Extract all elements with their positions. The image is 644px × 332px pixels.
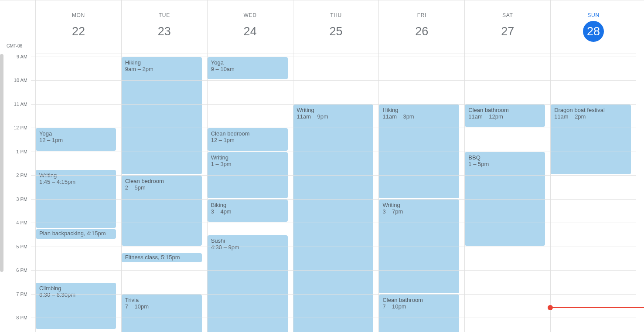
- day-of-week-label: SUN: [551, 12, 636, 18]
- day-number[interactable]: 27: [497, 21, 518, 42]
- hour-label: 5 PM: [16, 244, 27, 249]
- calendar-event[interactable]: Trivia7 – 10pm: [122, 295, 202, 332]
- event-title: Sushi: [211, 237, 284, 244]
- event-time: 9 – 10am: [211, 66, 284, 72]
- hour-tick: [31, 294, 35, 295]
- hour-gridline: [35, 104, 636, 105]
- hour-gridline: [35, 128, 636, 128]
- day-column[interactable]: Dragon boat festival11am – 2pm: [550, 54, 636, 332]
- hour-label: 12 PM: [14, 125, 27, 130]
- hour-labels: 9 AM10 AM11 AM12 PM1 PM2 PM3 PM4 PM5 PM6…: [0, 54, 35, 332]
- event-time: 11am – 12pm: [468, 113, 542, 120]
- allday-cell[interactable]: [207, 47, 293, 54]
- allday-cell[interactable]: [378, 47, 464, 54]
- day-number[interactable]: 26: [411, 21, 432, 42]
- event-title: Hiking: [382, 107, 456, 113]
- calendar-event[interactable]: Fitness class, 5:15pm: [122, 253, 202, 263]
- allday-cell[interactable]: [550, 47, 636, 54]
- day-header-sun[interactable]: SUN28: [550, 0, 636, 47]
- day-number[interactable]: 28: [583, 21, 604, 42]
- hour-tick: [31, 80, 35, 81]
- hour-gridline: [35, 152, 636, 152]
- hour-tick: [31, 152, 35, 152]
- header-row: MON22TUE23WED24THU25FRI26SAT27SUN28: [35, 0, 636, 47]
- allday-cell[interactable]: [35, 47, 121, 54]
- allday-cell[interactable]: [121, 47, 207, 54]
- allday-cell[interactable]: [464, 47, 550, 54]
- day-header-mon[interactable]: MON22: [35, 0, 121, 47]
- event-title: BBQ: [468, 154, 542, 161]
- hour-gridline: [35, 294, 636, 295]
- calendar-event[interactable]: Writing11am – 9pm: [293, 105, 374, 332]
- allday-cell[interactable]: [293, 47, 379, 54]
- hour-label: 6 PM: [16, 268, 27, 273]
- event-title: Writing: [211, 154, 284, 161]
- hour-gridline: [35, 57, 636, 57]
- event-time: 2 – 5pm: [125, 184, 198, 191]
- day-column[interactable]: Yoga12 – 1pmWriting1:45 – 4:15pmPlan bac…: [35, 54, 121, 332]
- calendar-event[interactable]: Clean bedroom12 – 1pm: [208, 128, 288, 151]
- calendar-event[interactable]: Biking3 – 4pm: [208, 200, 288, 222]
- day-header-sat[interactable]: SAT27: [464, 0, 550, 47]
- day-number[interactable]: 24: [240, 21, 261, 42]
- day-number[interactable]: 23: [154, 21, 175, 42]
- calendar-event[interactable]: Clean bathroom7 – 10pm: [379, 295, 459, 332]
- event-title: Clean bathroom: [382, 297, 456, 303]
- day-column[interactable]: Hiking11am – 3pmWriting3 – 7pmClean bath…: [378, 54, 464, 332]
- day-of-week-label: THU: [293, 12, 379, 18]
- hour-label: 11 AM: [14, 102, 27, 107]
- event-time: 3 – 7pm: [382, 208, 456, 215]
- event-time: 12 – 1pm: [39, 137, 112, 143]
- timezone-label: GMT-06: [7, 44, 22, 48]
- hour-label: 7 PM: [16, 291, 27, 297]
- event-time: 5:15pm: [161, 254, 180, 261]
- hour-gridline: [35, 270, 636, 271]
- day-column[interactable]: Yoga9 – 10amClean bedroom12 – 1pmWriting…: [207, 54, 293, 332]
- calendar-event[interactable]: Dragon boat festival11am – 2pm: [551, 105, 631, 175]
- calendar-event[interactable]: Plan backpacking, 4:15pm: [36, 229, 116, 239]
- hour-tick: [31, 175, 35, 176]
- hour-gridline: [35, 80, 636, 81]
- event-time: 4:30 – 9pm: [211, 244, 284, 251]
- event-title: Yoga: [39, 130, 112, 137]
- day-header-wed[interactable]: WED24: [207, 0, 293, 47]
- event-title: Clean bedroom: [125, 178, 198, 184]
- hour-label: 1 PM: [16, 149, 27, 154]
- event-time: 7 – 10pm: [382, 303, 456, 310]
- event-title: Yoga: [211, 59, 284, 66]
- event-time: 11am – 3pm: [382, 113, 456, 120]
- day-column[interactable]: Clean bathroom11am – 12pmBBQ1 – 5pm: [464, 54, 550, 332]
- event-time: 4:15pm: [87, 230, 106, 237]
- day-column[interactable]: Writing11am – 9pm: [293, 54, 379, 332]
- event-title: Hiking: [125, 59, 198, 66]
- hour-label: 2 PM: [16, 173, 27, 178]
- day-header-thu[interactable]: THU25: [293, 0, 379, 47]
- day-column[interactable]: Hiking9am – 2pmClean bedroom2 – 5pmFitne…: [121, 54, 207, 332]
- day-header-tue[interactable]: TUE23: [121, 0, 207, 47]
- hour-tick: [31, 128, 35, 128]
- calendar-event[interactable]: Yoga12 – 1pm: [36, 128, 116, 151]
- event-title: Writing: [382, 202, 456, 208]
- day-number[interactable]: 22: [68, 21, 89, 42]
- calendar-event[interactable]: Clean bedroom2 – 5pm: [122, 176, 202, 246]
- calendar-grid: 9 AM10 AM11 AM12 PM1 PM2 PM3 PM4 PM5 PM6…: [0, 54, 644, 332]
- hour-tick: [31, 57, 35, 57]
- calendar-event[interactable]: Hiking9am – 2pm: [122, 57, 202, 175]
- day-of-week-label: FRI: [379, 12, 464, 18]
- hour-tick: [31, 104, 35, 105]
- now-indicator-dot: [548, 305, 553, 310]
- event-time: 11am – 2pm: [554, 113, 627, 120]
- event-title: Trivia: [125, 297, 198, 303]
- event-title: Dragon boat festival: [554, 107, 627, 113]
- now-indicator-line: [550, 307, 644, 308]
- calendar-event[interactable]: Clean bathroom11am – 12pm: [465, 105, 545, 127]
- event-title: Plan backpacking: [39, 230, 84, 237]
- day-header-fri[interactable]: FRI26: [378, 0, 464, 47]
- day-number[interactable]: 25: [326, 21, 347, 42]
- hour-gridline: [35, 223, 636, 223]
- calendar-event[interactable]: Yoga9 – 10am: [208, 57, 288, 80]
- hour-gridline: [35, 247, 636, 247]
- hour-label: 3 PM: [16, 196, 27, 202]
- calendar-event[interactable]: Climbing6:30 – 8:30pm: [36, 283, 116, 329]
- event-time: 11am – 9pm: [297, 113, 370, 120]
